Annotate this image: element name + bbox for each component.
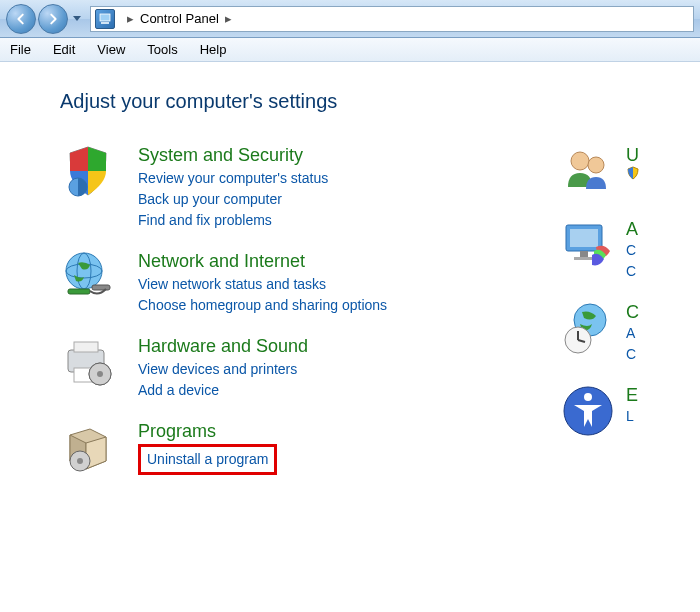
svg-rect-7: [92, 285, 110, 290]
link-partial[interactable]: C: [626, 344, 639, 365]
link-partial[interactable]: C: [626, 240, 638, 261]
nav-history-dropdown[interactable]: [70, 4, 84, 34]
breadcrumb-separator-icon: ▸: [225, 11, 232, 26]
forward-button[interactable]: [38, 4, 68, 34]
svg-rect-20: [580, 251, 588, 257]
shield-badge-icon: [626, 166, 640, 180]
link-network-status[interactable]: View network status and tasks: [138, 274, 387, 295]
svg-rect-19: [570, 229, 598, 247]
breadcrumb[interactable]: ▸ Control Panel ▸: [90, 6, 694, 32]
breadcrumb-separator-icon: ▸: [127, 11, 134, 26]
category-title[interactable]: System and Security: [138, 145, 328, 166]
category-title-partial[interactable]: A: [626, 219, 638, 240]
control-panel-icon: [95, 9, 115, 29]
svg-rect-1: [101, 22, 109, 24]
link-partial[interactable]: C: [626, 261, 638, 282]
link-backup[interactable]: Back up your computer: [138, 189, 328, 210]
printer-icon: [60, 334, 116, 390]
category-system-security: System and Security Review your computer…: [60, 143, 560, 231]
link-partial[interactable]: A: [626, 323, 639, 344]
category-ease-of-access: E L: [560, 383, 700, 439]
category-title-partial[interactable]: U: [626, 145, 640, 166]
link-uninstall-program[interactable]: Uninstall a program: [147, 451, 268, 467]
chevron-down-icon: [73, 16, 81, 22]
content-area: Adjust your computer's settings: [0, 62, 700, 612]
svg-point-16: [571, 152, 589, 170]
category-title-partial[interactable]: E: [626, 385, 638, 406]
link-partial[interactable]: L: [626, 406, 638, 427]
category-title[interactable]: Programs: [138, 421, 277, 442]
category-user-accounts: U: [560, 143, 700, 199]
svg-point-13: [97, 371, 103, 377]
nav-toolbar: ▸ Control Panel ▸: [0, 0, 700, 38]
svg-point-3: [66, 253, 102, 289]
clock-globe-icon: [560, 300, 616, 356]
shield-icon: [60, 143, 116, 199]
svg-point-15: [77, 458, 83, 464]
programs-box-icon: [60, 419, 116, 475]
breadcrumb-location[interactable]: Control Panel: [140, 11, 219, 26]
category-hardware: Hardware and Sound View devices and prin…: [60, 334, 560, 401]
menu-edit[interactable]: Edit: [53, 42, 75, 57]
svg-rect-21: [574, 257, 594, 260]
menu-bar: File Edit View Tools Help: [0, 38, 700, 62]
link-fix-problems[interactable]: Find and fix problems: [138, 210, 328, 231]
link-devices-printers[interactable]: View devices and printers: [138, 359, 308, 380]
category-network: Network and Internet View network status…: [60, 249, 560, 316]
category-title[interactable]: Hardware and Sound: [138, 336, 308, 357]
appearance-icon: [560, 217, 616, 273]
svg-point-27: [584, 393, 592, 401]
menu-file[interactable]: File: [10, 42, 31, 57]
menu-view[interactable]: View: [97, 42, 125, 57]
svg-rect-9: [74, 342, 98, 352]
arrow-right-icon: [46, 12, 60, 26]
link-homegroup[interactable]: Choose homegroup and sharing options: [138, 295, 387, 316]
category-appearance: A C C: [560, 217, 700, 282]
ease-of-access-icon: [560, 383, 616, 439]
link-review-status[interactable]: Review your computer's status: [138, 168, 328, 189]
svg-point-17: [588, 157, 604, 173]
highlight-box: Uninstall a program: [138, 444, 277, 475]
svg-rect-0: [100, 14, 110, 21]
menu-help[interactable]: Help: [200, 42, 227, 57]
menu-tools[interactable]: Tools: [147, 42, 177, 57]
category-title-partial[interactable]: C: [626, 302, 639, 323]
page-title: Adjust your computer's settings: [60, 90, 700, 113]
globe-network-icon: [60, 249, 116, 305]
category-title[interactable]: Network and Internet: [138, 251, 387, 272]
arrow-left-icon: [14, 12, 28, 26]
svg-rect-6: [68, 289, 90, 294]
user-accounts-icon: [560, 143, 616, 199]
category-programs: Programs Uninstall a program: [60, 419, 560, 475]
category-clock-region: C A C: [560, 300, 700, 365]
link-add-device[interactable]: Add a device: [138, 380, 308, 401]
back-button[interactable]: [6, 4, 36, 34]
